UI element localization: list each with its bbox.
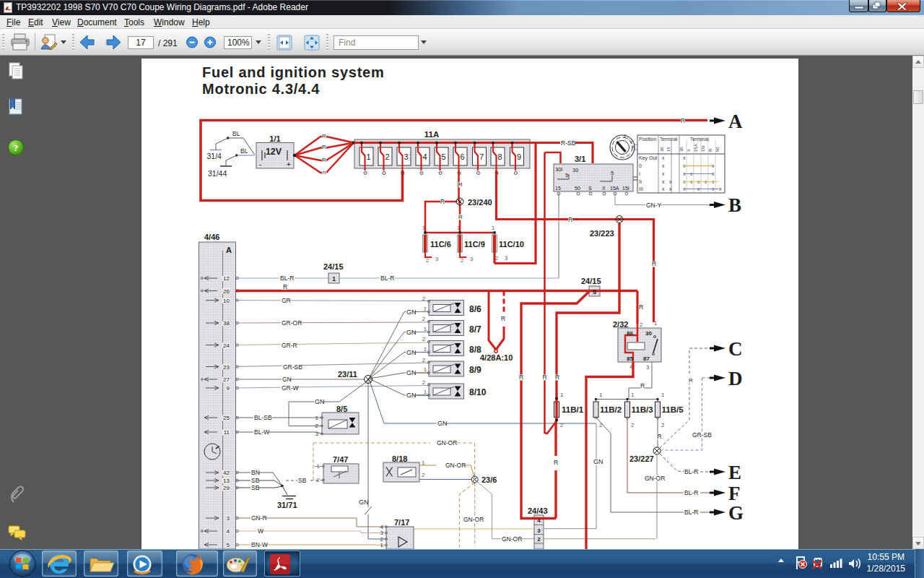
svg-text:A: A — [226, 246, 232, 254]
svg-text:G: G — [728, 502, 744, 524]
svg-text:8/9: 8/9 — [469, 365, 481, 375]
svg-text:SB: SB — [251, 477, 260, 484]
svg-text:GR-SB: GR-SB — [283, 363, 302, 371]
svg-text:31/71: 31/71 — [277, 501, 297, 509]
svg-text:BL-SB: BL-SB — [254, 414, 272, 421]
svg-text:12: 12 — [223, 275, 230, 282]
svg-text:R: R — [542, 374, 546, 381]
svg-text:8/18: 8/18 — [392, 454, 407, 463]
svg-text:III: III — [639, 186, 643, 191]
svg-text:x: x — [669, 186, 672, 191]
svg-text:GN: GN — [359, 499, 369, 506]
svg-text:GN: GN — [406, 349, 417, 356]
svg-text:9: 9 — [517, 152, 521, 161]
svg-text:GN-OR: GN-OR — [437, 439, 457, 447]
svg-text:GN: GN — [406, 369, 417, 376]
svg-text:2: 2 — [599, 422, 603, 428]
svg-text:2: 2 — [426, 257, 429, 264]
svg-text:1: 1 — [315, 415, 319, 421]
svg-text:S: S — [588, 186, 592, 191]
svg-text:BL: BL — [232, 130, 240, 137]
svg-text:4/46: 4/46 — [204, 233, 219, 241]
svg-text:1: 1 — [380, 542, 384, 548]
svg-text:X: X — [687, 149, 691, 152]
svg-text:1: 1 — [424, 366, 427, 373]
svg-text:R: R — [322, 144, 326, 150]
svg-text:8/5: 8/5 — [336, 405, 347, 413]
svg-text:11B/5: 11B/5 — [662, 405, 684, 414]
svg-text:2: 2 — [422, 379, 426, 386]
svg-text:7: 7 — [479, 152, 484, 161]
svg-text:86: 86 — [627, 330, 633, 337]
svg-text:?: ? — [14, 142, 19, 153]
svg-text:BN: BN — [251, 469, 260, 476]
svg-text:15: 15 — [666, 147, 671, 152]
svg-text:GN-OR: GN-OR — [445, 462, 466, 469]
svg-text:23/227: 23/227 — [629, 454, 654, 463]
svg-text:SB: SB — [298, 477, 307, 484]
svg-text:R: R — [519, 374, 523, 381]
svg-text:1: 1 — [661, 392, 665, 398]
svg-text:5: 5 — [565, 172, 568, 178]
svg-text:GN-OR: GN-OR — [502, 535, 522, 543]
svg-text:x: x — [683, 155, 686, 160]
svg-text:3/1: 3/1 — [575, 155, 585, 163]
svg-text:x: x — [662, 163, 665, 168]
svg-text:3: 3 — [537, 527, 541, 534]
svg-text:GN: GN — [406, 392, 417, 399]
svg-text:D: D — [728, 368, 743, 389]
svg-text:BL-W: BL-W — [254, 428, 269, 436]
svg-text:3: 3 — [227, 515, 230, 522]
svg-text:R: R — [440, 198, 445, 205]
svg-text:R: R — [639, 303, 643, 311]
svg-text:R: R — [568, 216, 572, 223]
svg-text:R: R — [657, 433, 661, 440]
svg-text:Fuel and ignition system: Fuel and ignition system — [202, 64, 384, 80]
svg-text:0: 0 — [624, 134, 626, 138]
svg-text:-: - — [259, 160, 261, 168]
svg-text:1: 1 — [332, 275, 336, 282]
svg-text:24/15: 24/15 — [323, 262, 344, 271]
svg-text:1: 1 — [599, 392, 603, 398]
svg-text:x: x — [719, 186, 722, 191]
svg-text:2: 2 — [631, 422, 635, 428]
svg-text:15A: 15A — [610, 186, 619, 191]
svg-text:GN: GN — [282, 376, 292, 383]
svg-text:8/10: 8/10 — [469, 387, 487, 397]
svg-text:Position: Position — [639, 137, 656, 142]
svg-text:11C/10: 11C/10 — [499, 240, 524, 249]
svg-text:4: 4 — [227, 528, 230, 535]
svg-text:31/44: 31/44 — [208, 169, 227, 178]
svg-text:38: 38 — [223, 320, 230, 327]
svg-text:2: 2 — [422, 472, 425, 478]
svg-text:+: + — [287, 160, 291, 168]
svg-text:BL-R: BL-R — [684, 509, 698, 516]
svg-text:3: 3 — [505, 255, 507, 262]
svg-text:2: 2 — [461, 257, 463, 264]
svg-text:W: W — [258, 527, 263, 535]
svg-text:1: 1 — [631, 392, 635, 398]
svg-text:5: 5 — [227, 542, 230, 548]
svg-text:1/1: 1/1 — [269, 134, 280, 143]
svg-text:5: 5 — [611, 170, 614, 176]
svg-text:7/17: 7/17 — [394, 518, 409, 527]
svg-text:13: 13 — [223, 478, 230, 484]
svg-text:x: x — [662, 155, 665, 160]
svg-text:GN: GN — [315, 398, 325, 405]
svg-text:BL-R: BL-R — [280, 275, 294, 282]
svg-text:Motronic 4.3/4.4: Motronic 4.3/4.4 — [202, 81, 320, 97]
svg-text:23/223: 23/223 — [590, 229, 614, 238]
svg-text:SB: SB — [251, 484, 260, 491]
svg-text:4: 4 — [537, 517, 541, 524]
svg-text:26: 26 — [223, 288, 230, 295]
svg-text:11B/3: 11B/3 — [632, 405, 653, 414]
svg-text:25: 25 — [223, 415, 230, 421]
svg-text:x: x — [669, 179, 672, 184]
svg-text:2: 2 — [385, 152, 389, 161]
svg-text:24: 24 — [223, 342, 230, 349]
svg-text:87: 87 — [643, 355, 650, 362]
svg-text:R: R — [652, 260, 656, 267]
svg-text:6: 6 — [460, 152, 464, 161]
svg-text:A: A — [728, 111, 743, 132]
svg-text:1: 1 — [424, 346, 427, 353]
